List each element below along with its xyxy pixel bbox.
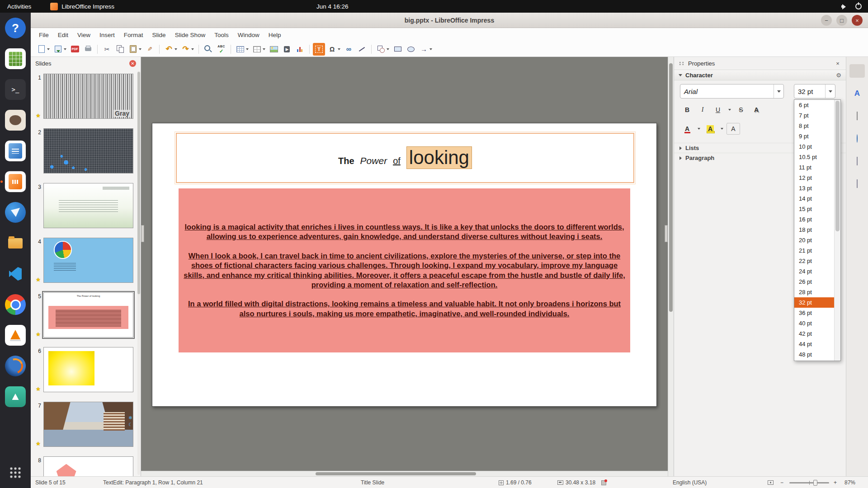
- slide-thumbnail[interactable]: The Power of looking: [43, 292, 133, 338]
- slide-thumbnail-row[interactable]: 7: [31, 399, 141, 453]
- dock-libreoffice-writer-icon[interactable]: [5, 140, 26, 162]
- slide-thumbnail[interactable]: [43, 183, 133, 228]
- font-size-option[interactable]: 18 pt: [794, 225, 834, 235]
- font-size-option[interactable]: 13 pt: [794, 183, 834, 193]
- font-size-option[interactable]: 21 pt: [794, 245, 834, 256]
- font-size-field[interactable]: 32 pt: [794, 84, 835, 99]
- master-slides-tab[interactable]: [849, 177, 865, 191]
- insert-media-button[interactable]: [281, 43, 293, 56]
- dropdown-arrow-icon[interactable]: [191, 48, 194, 50]
- underline-options-button[interactable]: [726, 104, 732, 116]
- properties-close-icon[interactable]: [834, 60, 841, 67]
- dock-terminal-icon[interactable]: [5, 79, 26, 100]
- basic-shapes-button[interactable]: [375, 43, 391, 56]
- clone-formatting-button[interactable]: [144, 43, 156, 56]
- rectangle-button[interactable]: [392, 43, 404, 56]
- font-size-option[interactable]: 32 pt: [794, 297, 834, 308]
- maximize-button[interactable]: □: [836, 15, 847, 26]
- font-size-option[interactable]: 20 pt: [794, 235, 834, 245]
- slide-thumbnail-row[interactable]: 5 The Power of looking: [31, 289, 141, 344]
- dropdown-arrow-icon[interactable]: [429, 48, 432, 50]
- font-size-option[interactable]: 10 pt: [794, 141, 834, 152]
- insert-chart-button[interactable]: [294, 43, 306, 56]
- slide-thumbnail[interactable]: Gray: [43, 74, 133, 119]
- slide-thumbnail[interactable]: [43, 402, 133, 447]
- dropdown-arrow-icon[interactable]: [263, 48, 265, 50]
- gallery-tab[interactable]: [849, 109, 865, 123]
- copy-button[interactable]: [114, 43, 126, 56]
- find-replace-button[interactable]: [202, 43, 214, 56]
- font-size-option[interactable]: 44 pt: [794, 339, 834, 349]
- activities-button[interactable]: Activities: [0, 0, 38, 13]
- strikethrough-button[interactable]: S: [734, 104, 748, 116]
- font-size-option[interactable]: 36 pt: [794, 308, 834, 318]
- dropdown-arrow-icon[interactable]: [47, 48, 50, 50]
- titlebar[interactable]: big.pptx - LibreOffice Impress − □ ×: [31, 13, 868, 28]
- slides-scrollbar[interactable]: [137, 71, 140, 475]
- new-button[interactable]: [35, 43, 51, 56]
- show-applications-button[interactable]: [5, 462, 26, 483]
- dock-help-icon[interactable]: [5, 17, 26, 39]
- dropdown-scrollbar-thumb[interactable]: [835, 101, 840, 231]
- menu-format[interactable]: Format: [119, 29, 148, 41]
- panel-grip-icon[interactable]: [679, 61, 684, 66]
- title-text-box[interactable]: The Power of looking: [176, 133, 634, 183]
- font-size-option[interactable]: 14 pt: [794, 193, 834, 204]
- slide-thumbnail-row[interactable]: 3: [31, 180, 141, 235]
- font-name-dropdown-button[interactable]: [774, 84, 783, 98]
- slide-layout-status[interactable]: Title Slide: [361, 477, 384, 488]
- outline-attribute-button[interactable]: A: [726, 123, 740, 135]
- slide-thumbnail-row[interactable]: 1 Gray: [31, 70, 141, 125]
- zoom-slider[interactable]: [789, 477, 829, 488]
- menu-tools[interactable]: Tools: [210, 29, 233, 41]
- slide-thumbnail-row[interactable]: 2: [31, 125, 141, 180]
- zoom-percentage[interactable]: 87%: [844, 477, 855, 488]
- menu-view[interactable]: View: [73, 29, 95, 41]
- font-size-option[interactable]: 22 pt: [794, 256, 834, 266]
- insert-hyperlink-button[interactable]: [343, 43, 355, 56]
- power-icon[interactable]: [855, 3, 862, 9]
- gear-icon[interactable]: [836, 72, 841, 79]
- font-size-option[interactable]: 12 pt: [794, 173, 834, 183]
- insert-image-button[interactable]: [268, 43, 280, 56]
- font-size-dropdown-button[interactable]: [825, 84, 835, 98]
- dock-firefox-icon[interactable]: [5, 355, 26, 377]
- ellipse-button[interactable]: [405, 43, 417, 56]
- character-section-header[interactable]: Character: [674, 70, 846, 80]
- font-size-option[interactable]: 15 pt: [794, 204, 834, 214]
- insert-table-button[interactable]: [234, 43, 250, 56]
- font-size-option[interactable]: 11 pt: [794, 162, 834, 173]
- font-size-option[interactable]: 42 pt: [794, 328, 834, 339]
- dropdown-arrow-icon[interactable]: [175, 48, 177, 50]
- dock-vlc-icon[interactable]: [5, 324, 26, 346]
- font-size-option[interactable]: 6 pt: [794, 100, 834, 110]
- insert-text-box-button[interactable]: [313, 43, 325, 56]
- slide-thumbnail[interactable]: [43, 456, 133, 476]
- font-size-option[interactable]: 10.5 pt: [794, 152, 834, 162]
- font-size-option[interactable]: 48 pt: [794, 349, 834, 360]
- font-size-option[interactable]: 40 pt: [794, 318, 834, 328]
- italic-button[interactable]: I: [696, 104, 709, 116]
- dropdown-arrow-icon[interactable]: [338, 48, 340, 50]
- dock-software-store-icon[interactable]: [5, 386, 26, 408]
- lines-arrows-button[interactable]: [418, 43, 434, 56]
- slides-panel-close-icon[interactable]: [129, 60, 136, 67]
- menu-slide[interactable]: Slide: [148, 29, 170, 41]
- navigator-tab[interactable]: [849, 132, 865, 145]
- menu-help[interactable]: Help: [264, 29, 286, 41]
- vertical-scrollbar-thumb[interactable]: [669, 63, 673, 312]
- font-color-button[interactable]: A: [680, 123, 694, 135]
- zoom-slider-thumb[interactable]: [813, 480, 817, 486]
- menu-slide-show[interactable]: Slide Show: [170, 29, 210, 41]
- dock-app-icon[interactable]: [5, 109, 26, 131]
- minimize-button[interactable]: −: [821, 15, 832, 26]
- font-size-option[interactable]: 26 pt: [794, 277, 834, 287]
- zoom-out-button[interactable]: −: [780, 477, 783, 488]
- menu-edit[interactable]: Edit: [53, 29, 73, 41]
- right-splitter-handle[interactable]: [665, 225, 668, 242]
- close-button[interactable]: ×: [852, 15, 863, 26]
- borders-button[interactable]: [251, 43, 267, 56]
- menu-window[interactable]: Window: [233, 29, 264, 41]
- undo-button[interactable]: [163, 43, 179, 56]
- slide-thumbnail-row[interactable]: 4: [31, 235, 141, 289]
